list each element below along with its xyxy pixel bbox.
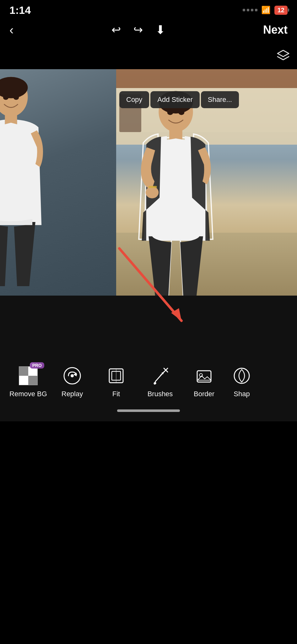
svg-point-23 — [71, 374, 74, 377]
toolbar-left: ‹ — [9, 23, 14, 37]
home-indicator — [117, 409, 180, 412]
canvas-left-photo — [0, 69, 116, 296]
remove-bg-icon-wrap: PRO — [17, 365, 39, 387]
next-button[interactable]: Next — [263, 23, 288, 36]
svg-point-10 — [146, 186, 159, 198]
replay-icon-wrap — [61, 365, 83, 387]
svg-point-5 — [14, 95, 19, 100]
battery-indicator: 12 — [274, 6, 288, 15]
share-button[interactable]: Share... — [201, 91, 239, 108]
tool-border[interactable]: Border — [182, 360, 226, 403]
bottom-section: PRO Remove BG Replay — [0, 296, 297, 421]
shape-label: Shap — [234, 390, 250, 398]
svg-line-31 — [160, 371, 165, 375]
layers-area — [0, 44, 297, 69]
download-button[interactable]: ⬇ — [155, 23, 165, 37]
brushes-label: Brushes — [148, 390, 173, 398]
border-icon — [195, 366, 213, 385]
svg-point-11 — [167, 110, 173, 115]
canvas-area: Copy Add Sticker Share... — [0, 69, 297, 296]
redo-button[interactable]: ↪ — [133, 23, 143, 36]
svg-point-4 — [3, 95, 8, 100]
brushes-icon-wrap — [149, 365, 171, 387]
svg-rect-16 — [19, 366, 28, 376]
fit-icon-wrap — [105, 365, 127, 387]
shape-icon — [232, 366, 251, 385]
tool-fit[interactable]: Fit — [94, 360, 138, 403]
signal-icon — [243, 9, 257, 11]
wifi-icon: 📶 — [261, 6, 271, 14]
layers-icon[interactable] — [276, 48, 291, 66]
toolbar-center: ↩ ↪ ⬇ — [111, 23, 165, 37]
svg-rect-19 — [28, 376, 38, 385]
back-button[interactable]: ‹ — [9, 23, 14, 37]
context-menu: Copy Add Sticker Share... — [119, 91, 239, 108]
fit-label: Fit — [112, 390, 120, 398]
add-sticker-button[interactable]: Add Sticker — [150, 91, 200, 108]
undo-button[interactable]: ↩ — [111, 23, 121, 36]
replay-label: Replay — [62, 390, 83, 398]
border-icon-wrap — [193, 365, 215, 387]
canvas-right-photo: Copy Add Sticker Share... — [116, 69, 297, 296]
status-time: 1:14 — [9, 4, 31, 16]
shape-icon-wrap — [231, 365, 253, 387]
border-label: Border — [194, 390, 214, 398]
fit-icon — [107, 366, 126, 385]
copy-button[interactable]: Copy — [119, 91, 149, 108]
tool-shape[interactable]: Shap — [226, 360, 257, 403]
remove-bg-label: Remove BG — [9, 390, 47, 398]
tool-remove-bg[interactable]: PRO Remove BG — [6, 360, 50, 403]
replay-icon — [63, 366, 82, 385]
person-left-svg — [0, 72, 58, 286]
svg-point-34 — [234, 368, 249, 383]
status-right-icons: 📶 12 — [243, 6, 288, 15]
svg-rect-18 — [19, 376, 28, 385]
svg-rect-13 — [148, 186, 157, 188]
person-right-svg — [122, 88, 229, 296]
pro-badge: PRO — [30, 362, 44, 369]
tool-replay[interactable]: Replay — [50, 360, 94, 403]
main-toolbar: ‹ ↩ ↪ ⬇ Next — [0, 19, 297, 44]
bottom-toolbar: PRO Remove BG Replay — [0, 360, 297, 403]
remove-bg-icon — [19, 366, 38, 385]
tool-brushes[interactable]: Brushes — [138, 360, 182, 403]
svg-point-12 — [178, 110, 184, 115]
status-bar: 1:14 📶 12 — [0, 0, 297, 19]
brushes-icon — [151, 366, 170, 385]
svg-rect-9 — [169, 130, 182, 140]
